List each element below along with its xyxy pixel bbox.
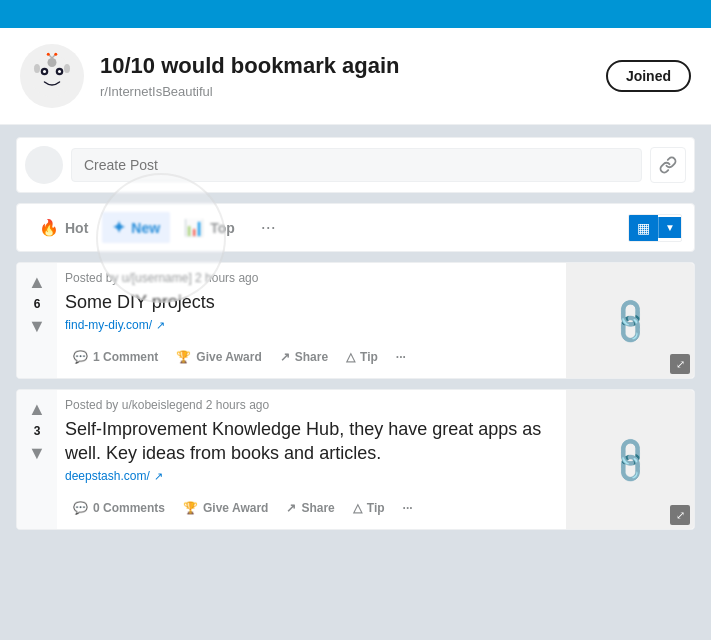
downvote-button[interactable]: ▼	[26, 315, 48, 337]
comments-button[interactable]: 💬 1 Comment	[65, 344, 166, 370]
upvote-button[interactable]: ▲	[26, 271, 48, 293]
sort-top-button[interactable]: 📊 Top	[174, 212, 245, 243]
community-title: 10/10 would bookmark again	[100, 53, 590, 79]
share-icon: ↗	[280, 350, 290, 364]
tip-icon: △	[346, 350, 355, 364]
post-vote-column: ▲ 6 ▼	[17, 263, 57, 378]
expand-icon[interactable]: ⤢	[670, 505, 690, 525]
tip-button[interactable]: △ Tip	[345, 495, 393, 521]
community-avatar	[20, 44, 84, 108]
post-actions: 💬 0 Comments 🏆 Give Award ↗ Share △ Tip …	[65, 491, 558, 529]
new-star-icon: ✦	[112, 218, 125, 237]
sort-new-button[interactable]: ✦ New	[102, 212, 170, 243]
main-content: 🔥 Hot ✦ New 📊 Top ··· ▦ ▼	[0, 125, 711, 552]
user-avatar	[25, 146, 63, 184]
thumbnail-link-icon: 🔗	[602, 432, 657, 487]
expand-arrows-icon: ⤢	[676, 358, 685, 371]
post-link[interactable]: find-my-diy.com/ ↗	[65, 318, 558, 332]
tip-icon: △	[353, 501, 362, 515]
external-link-icon: ↗	[156, 319, 165, 332]
chevron-down-icon: ▼	[665, 222, 675, 233]
expand-arrows-icon: ⤢	[676, 509, 685, 522]
post-meta: Posted by u/[username] 2 hours ago	[65, 271, 558, 285]
svg-point-7	[48, 58, 57, 67]
post-thumbnail: 🔗 ⤢	[566, 390, 694, 529]
svg-point-6	[64, 64, 70, 73]
view-toggle: ▦ ▼	[628, 214, 682, 242]
tip-button[interactable]: △ Tip	[338, 344, 386, 370]
post-card: ▲ 6 ▼ Posted by u/[username] 2 hours ago…	[16, 262, 695, 379]
post-body: Posted by u/kobeislegend 2 hours ago Sel…	[57, 390, 566, 529]
svg-point-11	[54, 53, 57, 56]
downvote-button[interactable]: ▼	[26, 442, 48, 464]
vote-count: 3	[34, 424, 41, 438]
comment-icon: 💬	[73, 350, 88, 364]
create-post-input[interactable]	[71, 148, 642, 182]
post-body: Posted by u/[username] 2 hours ago Some …	[57, 263, 566, 378]
sort-hot-button[interactable]: 🔥 Hot	[29, 212, 98, 243]
community-header: 10/10 would bookmark again r/InternetIsB…	[0, 28, 711, 125]
header-bar	[0, 0, 711, 28]
share-button[interactable]: ↗ Share	[272, 344, 336, 370]
external-link-icon: ↗	[154, 470, 163, 483]
sort-more-button[interactable]: ···	[253, 213, 284, 242]
view-toggle-grid-button[interactable]: ▦	[629, 215, 658, 241]
award-icon: 🏆	[176, 350, 191, 364]
svg-point-3	[43, 70, 46, 73]
grid-icon: ▦	[637, 220, 650, 236]
share-icon: ↗	[286, 501, 296, 515]
post-title[interactable]: Self-Improvement Knowledge Hub, they hav…	[65, 418, 558, 465]
post-vote-column: ▲ 3 ▼	[17, 390, 57, 529]
joined-button[interactable]: Joined	[606, 60, 691, 92]
more-button[interactable]: ···	[395, 495, 421, 521]
post-card: ▲ 3 ▼ Posted by u/kobeislegend 2 hours a…	[16, 389, 695, 530]
svg-point-5	[34, 64, 40, 73]
post-title[interactable]: Some DIY projects	[65, 291, 558, 314]
post-thumbnail: 🔗 ⤢	[566, 263, 694, 378]
post-meta: Posted by u/kobeislegend 2 hours ago	[65, 398, 558, 412]
top-chart-icon: 📊	[184, 218, 204, 237]
give-award-button[interactable]: 🏆 Give Award	[175, 495, 276, 521]
sort-bar-wrapper: 🔥 Hot ✦ New 📊 Top ··· ▦ ▼	[16, 203, 695, 252]
give-award-button[interactable]: 🏆 Give Award	[168, 344, 269, 370]
post-link[interactable]: deepstash.com/ ↗	[65, 469, 558, 483]
view-toggle-arrow-button[interactable]: ▼	[658, 217, 681, 238]
fire-icon: 🔥	[39, 218, 59, 237]
comment-icon: 💬	[73, 501, 88, 515]
community-subreddit: r/InternetIsBeautiful	[100, 84, 590, 99]
award-icon: 🏆	[183, 501, 198, 515]
create-post-bar	[16, 137, 695, 193]
svg-point-4	[58, 70, 61, 73]
post-actions: 💬 1 Comment 🏆 Give Award ↗ Share △ Tip ·…	[65, 340, 558, 378]
svg-point-9	[47, 53, 50, 56]
upvote-button[interactable]: ▲	[26, 398, 48, 420]
expand-icon[interactable]: ⤢	[670, 354, 690, 374]
sort-bar: 🔥 Hot ✦ New 📊 Top ··· ▦ ▼	[16, 203, 695, 252]
link-icon-button[interactable]	[650, 147, 686, 183]
vote-count: 6	[34, 297, 41, 311]
comments-button[interactable]: 💬 0 Comments	[65, 495, 173, 521]
community-info: 10/10 would bookmark again r/InternetIsB…	[100, 53, 590, 98]
more-button[interactable]: ···	[388, 344, 414, 370]
share-button[interactable]: ↗ Share	[278, 495, 342, 521]
thumbnail-link-icon: 🔗	[602, 293, 657, 348]
